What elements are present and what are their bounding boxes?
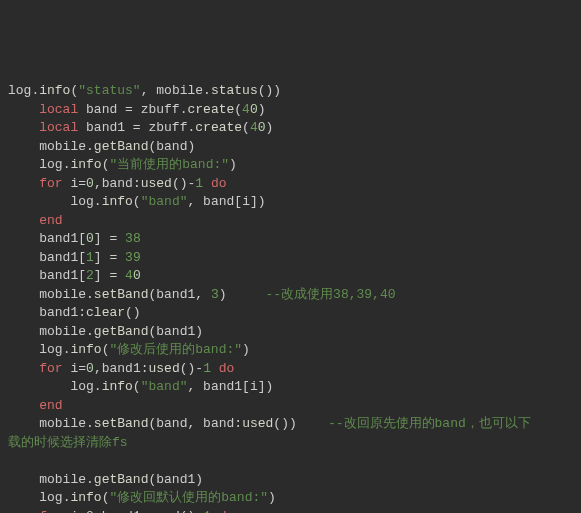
- token-method: info: [70, 342, 101, 357]
- token-punc: =: [133, 120, 149, 135]
- token-ident: log: [8, 83, 31, 98]
- code-line: [8, 452, 573, 471]
- token-punc: ]): [258, 379, 274, 394]
- token-punc: (: [242, 120, 250, 135]
- token-method: getBand: [94, 139, 149, 154]
- token-punc: :: [78, 305, 86, 320]
- token-punc: .: [94, 194, 102, 209]
- code-line: log.info("band", band[i]): [8, 193, 573, 212]
- token-ident: mobile: [39, 472, 86, 487]
- token-kw: local: [39, 102, 86, 117]
- token-punc: ,: [94, 176, 102, 191]
- token-num-in: 0: [86, 361, 94, 376]
- code-line: local band1 = zbuff.create(40): [8, 119, 573, 138]
- token-ident: log: [39, 342, 62, 357]
- token-method: used: [149, 509, 180, 514]
- token-num: 1: [86, 250, 94, 265]
- token-comment: --改回原先使用的band，也可以下: [328, 416, 531, 431]
- token-punc: =: [125, 102, 141, 117]
- token-num: 3: [211, 287, 219, 302]
- token-num-in: 0: [86, 176, 94, 191]
- token-punc: ): [187, 139, 195, 154]
- token-punc: =: [78, 176, 86, 191]
- code-line: log.info("band", band1[i]): [8, 378, 573, 397]
- token-str: "band": [141, 194, 188, 209]
- token-num: 4: [250, 120, 258, 135]
- code-line: mobile.getBand(band1): [8, 471, 573, 490]
- token-punc: ,: [195, 287, 211, 302]
- code-line: mobile.setBand(band, band:used()) --改回原先…: [8, 415, 573, 434]
- token-num-in: 0: [258, 120, 266, 135]
- token-punc: .: [86, 472, 94, 487]
- token-ident: log: [39, 157, 62, 172]
- token-method: status: [211, 83, 258, 98]
- code-line: log.info("当前使用的band:"): [8, 156, 573, 175]
- token-num: 1: [203, 361, 219, 376]
- code-block: log.info("status", mobile.status()) loca…: [8, 82, 573, 513]
- token-punc: ): [219, 287, 266, 302]
- token-kw: for: [39, 509, 70, 514]
- token-method: info: [39, 83, 70, 98]
- token-method: info: [70, 157, 101, 172]
- token-ident: band: [156, 416, 187, 431]
- token-ident: band1: [156, 287, 195, 302]
- token-punc: .: [86, 139, 94, 154]
- token-punc: [: [78, 268, 86, 283]
- code-line: end: [8, 397, 573, 416]
- token-punc: ): [266, 120, 274, 135]
- token-punc: (: [234, 102, 242, 117]
- token-ident: band: [86, 102, 125, 117]
- token-punc: ]): [250, 194, 266, 209]
- code-line: band1[1] = 39: [8, 249, 573, 268]
- code-line: band1[0] = 38: [8, 230, 573, 249]
- token-ident: mobile: [39, 287, 86, 302]
- token-method: getBand: [94, 472, 149, 487]
- token-comment: 载的时候选择清除fs: [8, 435, 128, 450]
- token-method: create: [195, 120, 242, 135]
- token-kw: end: [39, 398, 62, 413]
- code-line: for i=0,band1:used()-1 do: [8, 360, 573, 379]
- token-ident: band: [203, 416, 234, 431]
- token-punc: ()-: [172, 176, 195, 191]
- token-punc: (): [125, 305, 141, 320]
- token-punc: :: [141, 509, 149, 514]
- token-str: "修改回默认使用的band:": [109, 490, 268, 505]
- token-punc: ] =: [94, 250, 125, 265]
- token-punc: .: [86, 416, 94, 431]
- token-punc: [: [78, 250, 86, 265]
- token-punc: =: [78, 509, 86, 514]
- token-punc: ,: [94, 361, 102, 376]
- token-ident: mobile: [156, 83, 203, 98]
- token-ident: band: [156, 139, 187, 154]
- token-method: info: [102, 379, 133, 394]
- token-ident: zbuff: [148, 120, 187, 135]
- token-ident: i: [242, 194, 250, 209]
- token-punc: ,: [187, 194, 203, 209]
- token-ident: band: [102, 176, 133, 191]
- token-str: "当前使用的band:": [109, 157, 229, 172]
- code-line: for i=0,band:used()-1 do: [8, 175, 573, 194]
- code-line: mobile.getBand(band1): [8, 323, 573, 342]
- token-punc: ()-: [180, 509, 203, 514]
- token-ident: mobile: [39, 139, 86, 154]
- token-kw: end: [39, 213, 62, 228]
- token-punc: ): [195, 324, 203, 339]
- token-ident: band1: [39, 250, 78, 265]
- token-num: 4: [242, 102, 250, 117]
- code-line: log.info("修改后使用的band:"): [8, 341, 573, 360]
- token-method: clear: [86, 305, 125, 320]
- token-num: 38: [125, 231, 141, 246]
- code-line: log.info("修改回默认使用的band:"): [8, 489, 573, 508]
- token-punc: ): [242, 342, 250, 357]
- token-num: 1: [195, 176, 211, 191]
- token-punc: =: [78, 361, 86, 376]
- token-kw: local: [39, 120, 86, 135]
- code-line: mobile.getBand(band): [8, 138, 573, 157]
- token-ident: log: [70, 379, 93, 394]
- token-punc: [: [78, 231, 86, 246]
- token-punc: ,: [187, 416, 203, 431]
- token-method: info: [102, 194, 133, 209]
- token-str: "status": [78, 83, 140, 98]
- token-kw: do: [211, 176, 227, 191]
- token-num-in: 0: [250, 102, 258, 117]
